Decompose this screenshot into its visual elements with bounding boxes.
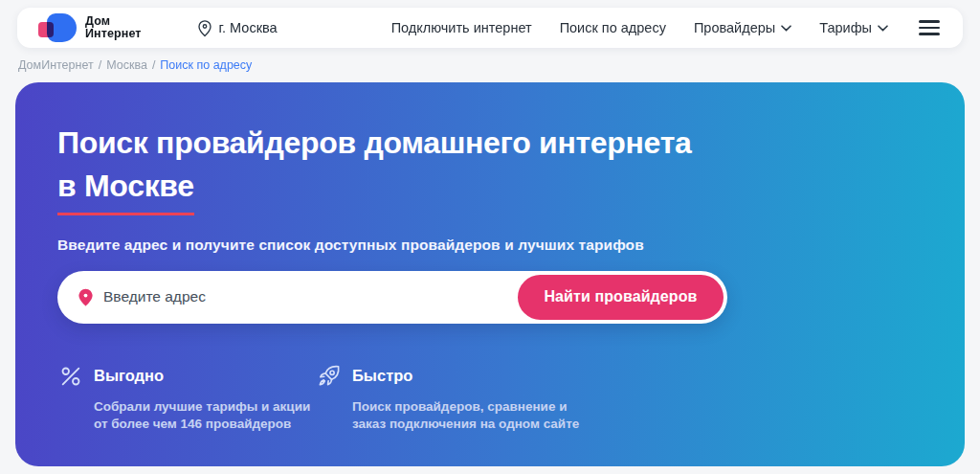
nav-link-tariffs[interactable]: Тарифы — [819, 20, 888, 35]
address-search-bar: Найти провайдеров — [57, 271, 727, 324]
nav-link-label: Поиск по адресу — [560, 20, 666, 35]
logo-text: Дом Интернет — [85, 15, 142, 41]
breadcrumb-current-page[interactable]: Поиск по адресу — [160, 58, 252, 72]
rocket-icon — [316, 363, 343, 390]
breadcrumb-home[interactable]: ДомИнтернет — [18, 58, 94, 72]
find-providers-button[interactable]: Найти провайдеров — [518, 275, 724, 320]
location-pin-filled-icon — [78, 287, 94, 307]
page-title-line2-underlined: в Москве — [57, 165, 194, 214]
nav-link-connect-internet[interactable]: Подключить интернет — [391, 20, 532, 35]
nav-links: Подключить интернет Поиск по адресу Пров… — [391, 18, 942, 37]
logo[interactable]: Дом Интернет — [38, 13, 142, 42]
page-title: Поиск провайдеров домашнего интернета в … — [57, 122, 923, 215]
breadcrumb-separator: / — [152, 58, 155, 72]
city-selector[interactable]: г. Москва — [197, 19, 278, 37]
page-title-line1: Поиск провайдеров домашнего интернета — [57, 125, 692, 160]
hamburger-menu-icon[interactable] — [919, 18, 942, 37]
top-navbar: Дом Интернет г. Москва Подключить интерн… — [17, 8, 963, 48]
city-label: г. Москва — [219, 20, 278, 35]
nav-link-address-search[interactable]: Поиск по адресу — [560, 20, 666, 35]
chevron-down-icon — [781, 25, 791, 32]
breadcrumb-separator: / — [99, 58, 101, 72]
nav-link-label: Подключить интернет — [391, 20, 532, 35]
feature-description-line2: заказ подключения на одном сайте — [352, 416, 579, 433]
location-pin-outline-icon — [197, 19, 212, 37]
nav-link-label: Провайдеры — [694, 20, 775, 35]
breadcrumb: ДомИнтернет / Москва / Поиск по адресу — [18, 58, 252, 72]
nav-link-providers[interactable]: Провайдеры — [694, 20, 791, 35]
breadcrumb-city[interactable]: Москва — [106, 58, 147, 72]
address-search-input[interactable] — [103, 288, 507, 305]
feature-description-line2: от более чем 146 провайдеров — [94, 416, 316, 433]
hero-subtitle: Введите адрес и получите список доступны… — [57, 237, 923, 254]
hero-banner: Поиск провайдеров домашнего интернета в … — [15, 82, 965, 466]
feature-description-line1: Поиск провайдеров, сравнение и — [352, 398, 579, 416]
chevron-down-icon — [878, 25, 888, 32]
logo-pink-shape — [38, 22, 54, 37]
feature-title: Быстро — [352, 367, 579, 385]
feature-title: Выгодно — [94, 367, 316, 385]
percent-icon — [57, 363, 84, 390]
hero-features: Выгодно Собрали лучшие тарифы и акции от… — [57, 363, 923, 433]
feature-description-line1: Собрали лучшие тарифы и акции — [94, 398, 316, 416]
nav-link-label: Тарифы — [819, 20, 872, 35]
feature-benefit: Выгодно Собрали лучшие тарифы и акции от… — [57, 363, 316, 433]
logo-icon — [38, 13, 77, 42]
logo-text-line1: Дом — [85, 15, 142, 29]
logo-text-line2: Интернет — [85, 28, 142, 41]
feature-speed: Быстро Поиск провайдеров, сравнение и за… — [316, 363, 579, 433]
